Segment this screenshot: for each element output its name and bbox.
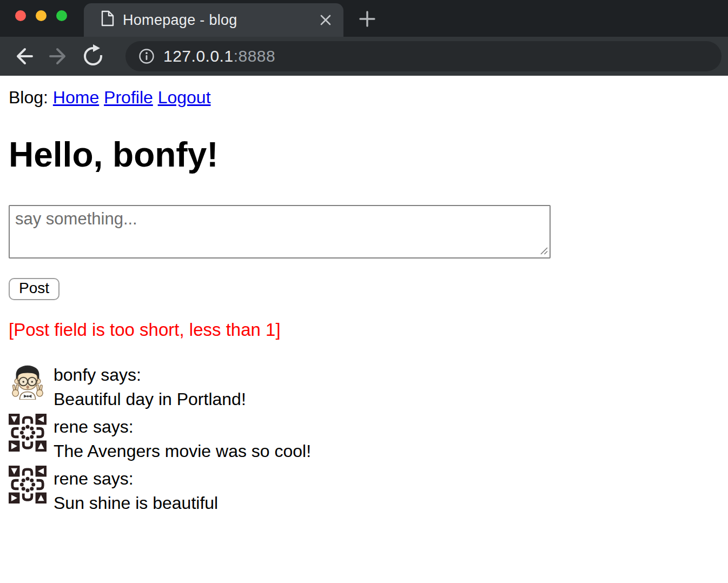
post-text: rene says: The Avengers movie was so coo… — [54, 414, 311, 463]
post-body: Beautiful day in Portland! — [54, 387, 246, 412]
arrow-right-icon — [45, 43, 71, 69]
tab-strip: Homepage - blog — [0, 0, 728, 37]
post-textarea[interactable] — [9, 205, 551, 259]
post-author-line: rene says: — [54, 467, 218, 491]
post-text: bonfy says: Beautiful day in Portland! — [54, 362, 246, 412]
url-text: 127.0.0.1:8888 — [163, 47, 275, 65]
minimize-window-button[interactable] — [36, 10, 47, 21]
url-bar[interactable]: 127.0.0.1:8888 — [125, 41, 722, 71]
says-label: says: — [101, 365, 141, 385]
post-author: rene — [54, 417, 88, 436]
says-label: says: — [93, 417, 134, 436]
browser-toolbar: 127.0.0.1:8888 — [0, 37, 728, 76]
zoom-window-button[interactable] — [56, 10, 67, 21]
nav-link-logout[interactable]: Logout — [158, 88, 211, 107]
post-body: Sun shine is beautiful — [54, 491, 218, 515]
url-port: :8888 — [234, 47, 276, 65]
post-author: bonfy — [54, 365, 96, 385]
back-button[interactable] — [11, 43, 37, 69]
post-body: The Avengers movie was so cool! — [54, 439, 311, 463]
arrow-left-icon — [11, 43, 37, 69]
browser-tab[interactable]: Homepage - blog — [84, 3, 343, 37]
page-title: Hello, bonfy! — [9, 135, 719, 175]
reload-button[interactable] — [80, 43, 106, 69]
post-author-line: rene says: — [54, 415, 311, 439]
url-host: 127.0.0.1 — [163, 47, 234, 65]
posts-list: bonfy says: Beautiful day in Portland! — [9, 362, 719, 515]
nav-link-home[interactable]: Home — [53, 88, 99, 107]
post-author-line: bonfy says: — [54, 363, 246, 387]
composer — [9, 205, 551, 259]
document-icon — [101, 10, 114, 30]
says-label: says: — [93, 469, 134, 488]
forward-button[interactable] — [45, 43, 71, 69]
browser-window: Homepage - blog — [0, 0, 728, 583]
post-button[interactable]: Post — [9, 278, 59, 300]
resize-grip-icon[interactable] — [540, 247, 548, 255]
validation-error: [Post field is too short, less than 1] — [9, 320, 719, 340]
post-row: rene says: The Avengers movie was so coo… — [9, 414, 719, 463]
rene-identicon-avatar-icon — [9, 414, 47, 452]
nav-link-profile[interactable]: Profile — [104, 88, 153, 107]
page-content: Blog: Home Profile Logout Hello, bonfy! … — [0, 76, 728, 583]
plus-icon — [359, 10, 376, 28]
post-text: rene says: Sun shine is beautiful — [54, 466, 218, 515]
new-tab-button[interactable] — [357, 9, 378, 29]
post-author: rene — [54, 469, 88, 488]
post-row: rene says: Sun shine is beautiful — [9, 466, 719, 515]
reload-icon — [80, 43, 106, 69]
blog-nav: Blog: Home Profile Logout — [9, 88, 719, 108]
tab-title: Homepage - blog — [123, 12, 310, 29]
info-circle-icon[interactable] — [138, 48, 155, 64]
post-row: bonfy says: Beautiful day in Portland! — [9, 362, 719, 412]
blog-nav-label: Blog: — [9, 88, 48, 107]
close-window-button[interactable] — [15, 10, 26, 21]
bonfy-avatar-icon — [9, 362, 47, 400]
rene-identicon-avatar-icon — [9, 466, 47, 504]
post-button-row: Post — [9, 277, 719, 300]
close-icon[interactable] — [319, 13, 333, 27]
